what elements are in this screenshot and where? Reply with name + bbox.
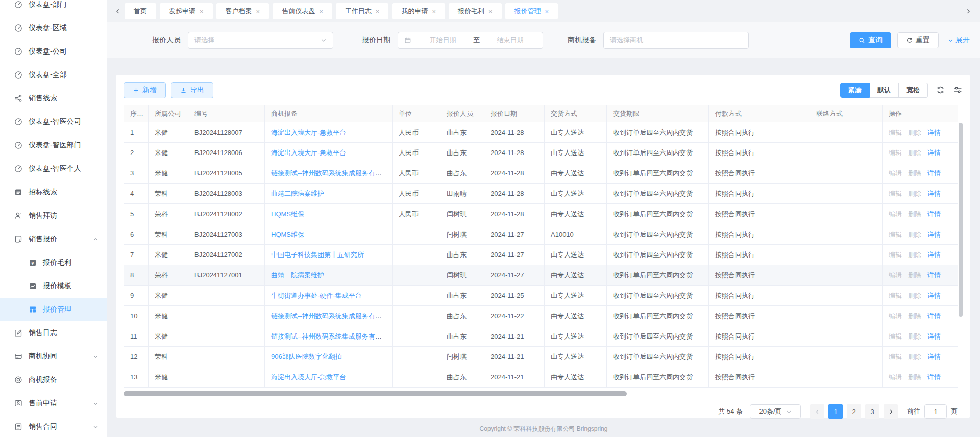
biz-link[interactable]: 链接测试--神州数码系统集成服务有限公... xyxy=(271,332,393,340)
sidebar-item-5[interactable]: 仪表盘-智医公司 xyxy=(0,110,107,134)
density-button-1[interactable]: 默认 xyxy=(870,83,899,98)
tabs-scroll-right-icon[interactable] xyxy=(962,3,975,19)
horizontal-scrollbar-thumb[interactable] xyxy=(124,391,627,396)
sidebar-item-8[interactable]: 招标线索 xyxy=(0,181,107,204)
end-date-placeholder[interactable]: 结束日期 xyxy=(484,36,536,45)
detail-link[interactable]: 详情 xyxy=(927,169,941,177)
close-tab-icon[interactable]: × xyxy=(432,8,436,15)
tab-1[interactable]: 发起申请× xyxy=(160,3,213,19)
edit-link[interactable]: 编辑 xyxy=(889,292,902,299)
close-tab-icon[interactable]: × xyxy=(200,8,204,15)
sidebar-item-17[interactable]: 售前申请 xyxy=(0,392,107,415)
sidebar-item-3[interactable]: 仪表盘-全部 xyxy=(0,63,107,87)
page-size-select[interactable]: 20条/页 xyxy=(750,404,801,419)
edit-link[interactable]: 编辑 xyxy=(889,210,902,218)
edit-link[interactable]: 编辑 xyxy=(889,332,902,340)
detail-link[interactable]: 详情 xyxy=(927,210,941,218)
close-tab-icon[interactable]: × xyxy=(376,8,380,15)
delete-link[interactable]: 删除 xyxy=(908,373,921,381)
detail-link[interactable]: 详情 xyxy=(927,149,941,157)
export-button[interactable]: 导出 xyxy=(171,82,213,98)
sidebar-item-11[interactable]: ¥报价毛利 xyxy=(0,251,107,274)
sidebar-item-15[interactable]: 商机协同 xyxy=(0,345,107,368)
delete-link[interactable]: 删除 xyxy=(908,353,921,361)
edit-link[interactable]: 编辑 xyxy=(889,353,902,361)
sidebar-item-9[interactable]: 销售拜访 xyxy=(0,204,107,227)
close-tab-icon[interactable]: × xyxy=(256,8,260,15)
sidebar-item-6[interactable]: 仪表盘-智医部门 xyxy=(0,134,107,157)
detail-link[interactable]: 详情 xyxy=(927,332,941,340)
sidebar-item-13[interactable]: 报价管理 xyxy=(0,298,107,321)
refresh-icon[interactable] xyxy=(936,86,945,95)
biz-link[interactable]: 曲靖二院病案维护 xyxy=(271,190,324,197)
detail-link[interactable]: 详情 xyxy=(927,373,941,381)
sidebar-item-7[interactable]: 仪表盘-智医个人 xyxy=(0,157,107,181)
delete-link[interactable]: 删除 xyxy=(908,210,921,218)
density-button-0[interactable]: 紧凑 xyxy=(840,83,870,98)
edit-link[interactable]: 编辑 xyxy=(889,373,902,381)
page-button-2[interactable]: 2 xyxy=(847,404,861,419)
next-page-button[interactable] xyxy=(884,404,898,419)
delete-link[interactable]: 删除 xyxy=(908,128,921,136)
biz-link[interactable]: HQMS维保 xyxy=(271,230,304,238)
delete-link[interactable]: 删除 xyxy=(908,251,921,259)
person-select[interactable]: 请选择 xyxy=(188,32,333,49)
tab-3[interactable]: 售前仪表盘× xyxy=(273,3,332,19)
biz-link[interactable]: 链接测试--神州数码系统集成服务有限公... xyxy=(271,169,393,177)
vertical-scrollbar[interactable] xyxy=(959,123,963,317)
page-button-1[interactable]: 1 xyxy=(828,404,843,419)
start-date-placeholder[interactable]: 开始日期 xyxy=(416,36,469,45)
sidebar-item-14[interactable]: 销售日志 xyxy=(0,321,107,345)
delete-link[interactable]: 删除 xyxy=(908,190,921,197)
tab-2[interactable]: 客户档案× xyxy=(216,3,270,19)
goto-page-input[interactable] xyxy=(924,404,947,419)
close-tab-icon[interactable]: × xyxy=(545,8,549,15)
delete-link[interactable]: 删除 xyxy=(908,169,921,177)
biz-link[interactable]: 牛街街道办事处-硬件-集成平台 xyxy=(271,292,362,299)
vertical-scrollbar-thumb[interactable] xyxy=(959,123,963,317)
edit-link[interactable]: 编辑 xyxy=(889,312,902,320)
delete-link[interactable]: 删除 xyxy=(908,271,921,279)
tab-4[interactable]: 工作日志× xyxy=(336,3,389,19)
tabs-scroll-left-icon[interactable] xyxy=(111,3,125,19)
edit-link[interactable]: 编辑 xyxy=(889,169,902,177)
search-button[interactable]: 查询 xyxy=(850,32,891,48)
density-button-2[interactable]: 宽松 xyxy=(899,83,928,98)
sidebar-item-0[interactable]: 仪表盘-部门 xyxy=(0,0,107,16)
edit-link[interactable]: 编辑 xyxy=(889,149,902,157)
tab-0[interactable]: 首页 xyxy=(125,3,156,19)
sidebar-item-18[interactable]: 销售合同 xyxy=(0,415,107,437)
sidebar-item-16[interactable]: 商机报备 xyxy=(0,368,107,392)
detail-link[interactable]: 详情 xyxy=(927,230,941,238)
detail-link[interactable]: 详情 xyxy=(927,312,941,320)
tab-6[interactable]: 报价毛利× xyxy=(449,3,502,19)
biz-link[interactable]: 海淀出入境大厅-急救平台 xyxy=(271,128,346,136)
biz-link[interactable]: 中国电子科技集团第十五研究所 xyxy=(271,251,364,259)
sidebar-item-1[interactable]: 仪表盘-区域 xyxy=(0,16,107,40)
sidebar-item-10[interactable]: 销售报价 xyxy=(0,227,107,251)
close-tab-icon[interactable]: × xyxy=(319,8,323,15)
expand-toggle[interactable]: 展开 xyxy=(948,36,970,45)
edit-link[interactable]: 编辑 xyxy=(889,230,902,238)
close-tab-icon[interactable]: × xyxy=(488,8,493,15)
biz-link[interactable]: 曲靖二院病案维护 xyxy=(271,271,324,279)
sidebar-item-2[interactable]: 仪表盘-公司 xyxy=(0,40,107,63)
biz-link[interactable]: 海淀出入境大厅-急救平台 xyxy=(271,149,346,157)
date-range-picker[interactable]: 开始日期 至 结束日期 xyxy=(398,32,543,49)
delete-link[interactable]: 删除 xyxy=(908,292,921,299)
add-button[interactable]: 新增 xyxy=(124,82,166,98)
reset-button[interactable]: 重置 xyxy=(897,32,939,48)
sidebar-item-12[interactable]: 报价模板 xyxy=(0,274,107,298)
detail-link[interactable]: 详情 xyxy=(927,271,941,279)
page-button-3[interactable]: 3 xyxy=(865,404,879,419)
edit-link[interactable]: 编辑 xyxy=(889,251,902,259)
biz-link[interactable]: 海淀出入境大厅-急救平台 xyxy=(271,373,346,381)
biz-link[interactable]: 链接测试--神州数码系统集成服务有限公... xyxy=(271,312,393,320)
delete-link[interactable]: 删除 xyxy=(908,149,921,157)
delete-link[interactable]: 删除 xyxy=(908,332,921,340)
biz-input[interactable]: 请选择商机 xyxy=(603,32,749,49)
delete-link[interactable]: 删除 xyxy=(908,312,921,320)
sidebar-item-4[interactable]: 销售线索 xyxy=(0,87,107,110)
tab-5[interactable]: 我的申请× xyxy=(392,3,445,19)
prev-page-button[interactable] xyxy=(810,404,824,419)
